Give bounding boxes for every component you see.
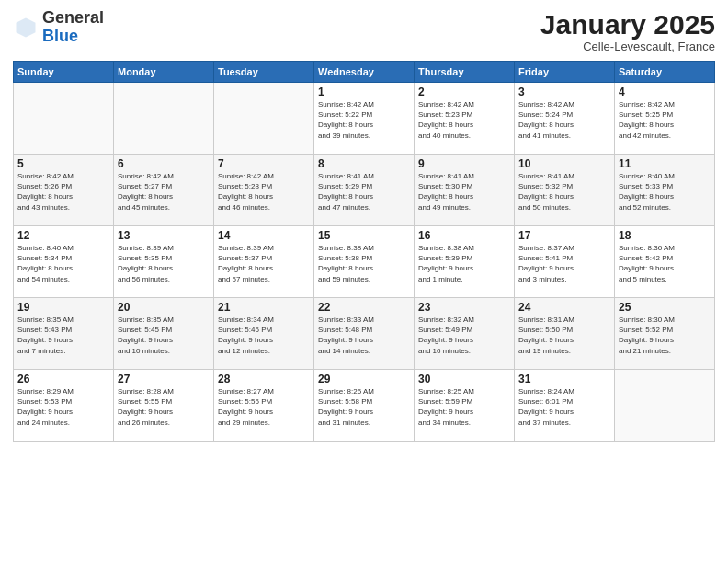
day-info: Sunrise: 8:33 AM Sunset: 5:48 PM Dayligh… — [318, 315, 410, 356]
day-number: 20 — [118, 301, 210, 314]
day-number: 4 — [619, 86, 711, 98]
calendar-cell: 4Sunrise: 8:42 AM Sunset: 5:25 PM Daylig… — [615, 83, 715, 155]
day-number: 31 — [518, 373, 610, 385]
day-number: 23 — [418, 301, 510, 314]
page: General Blue January 2025 Celle-Levescau… — [0, 0, 728, 563]
day-number: 10 — [518, 157, 610, 170]
title-block: January 2025 Celle-Levescault, France — [540, 9, 715, 53]
day-number: 21 — [218, 301, 310, 314]
calendar-cell: 7Sunrise: 8:42 AM Sunset: 5:28 PM Daylig… — [214, 155, 314, 226]
weekday-header: Saturday — [615, 62, 715, 83]
calendar-cell: 15Sunrise: 8:38 AM Sunset: 5:38 PM Dayli… — [314, 226, 415, 298]
calendar-cell: 24Sunrise: 8:31 AM Sunset: 5:50 PM Dayli… — [515, 298, 615, 370]
calendar-cell: 14Sunrise: 8:39 AM Sunset: 5:37 PM Dayli… — [214, 226, 314, 298]
day-info: Sunrise: 8:32 AM Sunset: 5:49 PM Dayligh… — [418, 315, 510, 356]
calendar-cell: 1Sunrise: 8:42 AM Sunset: 5:22 PM Daylig… — [314, 83, 415, 155]
day-info: Sunrise: 8:34 AM Sunset: 5:46 PM Dayligh… — [218, 315, 310, 356]
weekday-header: Tuesday — [214, 62, 314, 83]
day-number: 26 — [17, 373, 109, 385]
day-number: 1 — [318, 86, 410, 98]
calendar-week-row: 1Sunrise: 8:42 AM Sunset: 5:22 PM Daylig… — [14, 83, 715, 155]
day-info: Sunrise: 8:38 AM Sunset: 5:39 PM Dayligh… — [418, 243, 510, 284]
calendar-cell — [214, 83, 314, 155]
calendar-cell: 27Sunrise: 8:28 AM Sunset: 5:55 PM Dayli… — [114, 370, 214, 442]
calendar-cell: 22Sunrise: 8:33 AM Sunset: 5:48 PM Dayli… — [314, 298, 415, 370]
day-info: Sunrise: 8:42 AM Sunset: 5:28 PM Dayligh… — [218, 171, 310, 213]
calendar-cell: 23Sunrise: 8:32 AM Sunset: 5:49 PM Dayli… — [415, 298, 515, 370]
day-info: Sunrise: 8:25 AM Sunset: 5:59 PM Dayligh… — [418, 386, 510, 428]
calendar-cell: 19Sunrise: 8:35 AM Sunset: 5:43 PM Dayli… — [14, 298, 114, 370]
day-info: Sunrise: 8:41 AM Sunset: 5:29 PM Dayligh… — [318, 171, 410, 213]
calendar-week-row: 19Sunrise: 8:35 AM Sunset: 5:43 PM Dayli… — [14, 298, 715, 370]
day-info: Sunrise: 8:28 AM Sunset: 5:55 PM Dayligh… — [118, 386, 210, 428]
day-number: 29 — [318, 373, 410, 385]
day-info: Sunrise: 8:27 AM Sunset: 5:56 PM Dayligh… — [218, 386, 310, 428]
day-info: Sunrise: 8:40 AM Sunset: 5:34 PM Dayligh… — [17, 243, 109, 284]
calendar-cell — [14, 83, 114, 155]
day-info: Sunrise: 8:42 AM Sunset: 5:27 PM Dayligh… — [118, 171, 210, 213]
calendar-cell: 18Sunrise: 8:36 AM Sunset: 5:42 PM Dayli… — [615, 226, 715, 298]
calendar-cell: 3Sunrise: 8:42 AM Sunset: 5:24 PM Daylig… — [515, 83, 615, 155]
day-number: 19 — [17, 301, 109, 314]
logo-text: General Blue — [42, 9, 104, 46]
weekday-header: Sunday — [14, 62, 114, 83]
calendar-cell — [615, 370, 715, 442]
day-info: Sunrise: 8:40 AM Sunset: 5:33 PM Dayligh… — [619, 171, 711, 213]
calendar-cell: 9Sunrise: 8:41 AM Sunset: 5:30 PM Daylig… — [415, 155, 515, 226]
calendar-cell: 28Sunrise: 8:27 AM Sunset: 5:56 PM Dayli… — [214, 370, 314, 442]
calendar-cell: 30Sunrise: 8:25 AM Sunset: 5:59 PM Dayli… — [415, 370, 515, 442]
day-info: Sunrise: 8:41 AM Sunset: 5:30 PM Dayligh… — [418, 171, 510, 213]
logo: General Blue — [13, 9, 104, 46]
day-number: 3 — [518, 86, 610, 98]
calendar-cell: 11Sunrise: 8:40 AM Sunset: 5:33 PM Dayli… — [615, 155, 715, 226]
day-info: Sunrise: 8:39 AM Sunset: 5:35 PM Dayligh… — [118, 243, 210, 284]
day-info: Sunrise: 8:41 AM Sunset: 5:32 PM Dayligh… — [518, 171, 610, 213]
month-title: January 2025 — [540, 9, 715, 40]
day-number: 18 — [619, 229, 711, 242]
day-info: Sunrise: 8:42 AM Sunset: 5:23 PM Dayligh… — [418, 99, 510, 141]
day-info: Sunrise: 8:29 AM Sunset: 5:53 PM Dayligh… — [17, 386, 109, 428]
day-number: 24 — [518, 301, 610, 314]
calendar-cell: 17Sunrise: 8:37 AM Sunset: 5:41 PM Dayli… — [515, 226, 615, 298]
day-info: Sunrise: 8:37 AM Sunset: 5:41 PM Dayligh… — [518, 243, 610, 284]
day-info: Sunrise: 8:42 AM Sunset: 5:22 PM Dayligh… — [318, 99, 410, 141]
calendar-cell: 10Sunrise: 8:41 AM Sunset: 5:32 PM Dayli… — [515, 155, 615, 226]
day-info: Sunrise: 8:39 AM Sunset: 5:37 PM Dayligh… — [218, 243, 310, 284]
calendar-cell: 8Sunrise: 8:41 AM Sunset: 5:29 PM Daylig… — [314, 155, 415, 226]
day-info: Sunrise: 8:38 AM Sunset: 5:38 PM Dayligh… — [318, 243, 410, 284]
calendar-cell: 13Sunrise: 8:39 AM Sunset: 5:35 PM Dayli… — [114, 226, 214, 298]
day-number: 11 — [619, 157, 711, 170]
weekday-header: Monday — [114, 62, 214, 83]
weekday-header: Thursday — [415, 62, 515, 83]
day-info: Sunrise: 8:30 AM Sunset: 5:52 PM Dayligh… — [619, 315, 711, 356]
calendar-cell: 26Sunrise: 8:29 AM Sunset: 5:53 PM Dayli… — [14, 370, 114, 442]
day-info: Sunrise: 8:26 AM Sunset: 5:58 PM Dayligh… — [318, 386, 410, 428]
day-number: 6 — [118, 157, 210, 170]
day-number: 12 — [17, 229, 109, 242]
day-info: Sunrise: 8:42 AM Sunset: 5:24 PM Dayligh… — [518, 99, 610, 141]
day-number: 25 — [619, 301, 711, 314]
day-info: Sunrise: 8:42 AM Sunset: 5:26 PM Dayligh… — [17, 171, 109, 213]
header: General Blue January 2025 Celle-Levescau… — [13, 9, 715, 53]
day-number: 17 — [518, 229, 610, 242]
calendar-cell: 2Sunrise: 8:42 AM Sunset: 5:23 PM Daylig… — [415, 83, 515, 155]
weekday-row: SundayMondayTuesdayWednesdayThursdayFrid… — [14, 62, 715, 83]
day-number: 27 — [118, 373, 210, 385]
day-info: Sunrise: 8:36 AM Sunset: 5:42 PM Dayligh… — [619, 243, 711, 284]
day-info: Sunrise: 8:35 AM Sunset: 5:43 PM Dayligh… — [17, 315, 109, 356]
day-number: 8 — [318, 157, 410, 170]
day-info: Sunrise: 8:31 AM Sunset: 5:50 PM Dayligh… — [518, 315, 610, 356]
calendar-cell: 29Sunrise: 8:26 AM Sunset: 5:58 PM Dayli… — [314, 370, 415, 442]
calendar-week-row: 26Sunrise: 8:29 AM Sunset: 5:53 PM Dayli… — [14, 370, 715, 442]
calendar-cell: 20Sunrise: 8:35 AM Sunset: 5:45 PM Dayli… — [114, 298, 214, 370]
calendar-week-row: 12Sunrise: 8:40 AM Sunset: 5:34 PM Dayli… — [14, 226, 715, 298]
day-number: 15 — [318, 229, 410, 242]
calendar-week-row: 5Sunrise: 8:42 AM Sunset: 5:26 PM Daylig… — [14, 155, 715, 226]
day-number: 28 — [218, 373, 310, 385]
calendar-cell — [114, 83, 214, 155]
weekday-header: Friday — [515, 62, 615, 83]
day-info: Sunrise: 8:24 AM Sunset: 6:01 PM Dayligh… — [518, 386, 610, 428]
day-info: Sunrise: 8:35 AM Sunset: 5:45 PM Dayligh… — [118, 315, 210, 356]
day-number: 14 — [218, 229, 310, 242]
day-number: 5 — [17, 157, 109, 170]
